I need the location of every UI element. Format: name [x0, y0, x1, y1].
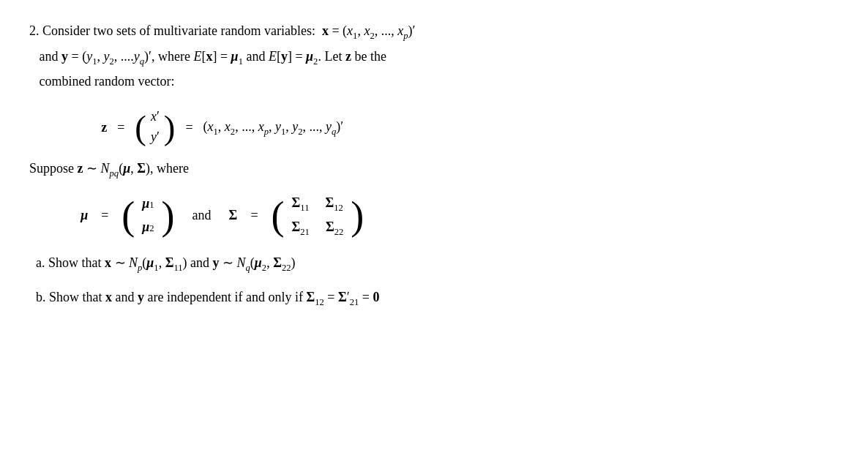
paren-right-sigma: ) [351, 196, 364, 236]
sigma-21: Σ21 [292, 217, 310, 239]
problem-line3: combined random vector: [29, 71, 415, 92]
and-sigma-text: and [192, 205, 212, 226]
z-expanded: (x1, x2, ..., xp, y1, y2, ..., yq)′ [203, 116, 344, 139]
z-vec-bot: y′ [151, 127, 160, 148]
z-label: z [101, 117, 107, 138]
z-vector: x′ y′ [151, 107, 160, 148]
sigma-11: Σ11 [292, 192, 310, 215]
page-content: 2. Consider two sets of multivariate ran… [0, 0, 444, 335]
sigma-22: Σ22 [326, 217, 343, 239]
z-vec-top: x′ [151, 107, 160, 127]
paren-left-mu: ( [121, 196, 135, 236]
part-b: b. Show that x and y are independent if … [29, 286, 415, 310]
sub-questions: a. Show that x ∼ Np(μ1, Σ11) and y ∼ Nq(… [29, 252, 415, 310]
mu-vector: μ1 μ2 [142, 194, 154, 238]
mu-top: μ1 [142, 194, 154, 214]
equals1: = [117, 117, 124, 138]
equals2: = [185, 117, 192, 138]
problem-intro: 2. Consider two sets of multivariate ran… [29, 20, 415, 43]
sigma-12: Σ12 [325, 192, 343, 215]
problem-number: 2. [29, 23, 40, 38]
z-equation: z = ( x′ y′ ) = (x1, x2, ..., xp, y1, y2… [29, 107, 415, 148]
problem-line2: and y = (y1, y2, ....yq)′, where E[x] = … [29, 46, 415, 69]
mu-label: μ [81, 205, 88, 226]
equals-sigma: = [250, 205, 258, 226]
paren-right-mu: ) [162, 196, 175, 236]
mu-bot: μ2 [142, 217, 154, 238]
paren-left-z: ( [135, 110, 146, 145]
sigma-row1: Σ11 Σ12 [292, 192, 343, 215]
sigma-row2: Σ21 Σ22 [292, 217, 344, 239]
paren-left-sigma: ( [272, 196, 285, 236]
sigma-matrix: Σ11 Σ12 Σ21 Σ22 [292, 192, 344, 239]
intro-text: Consider two sets of multivariate random… [42, 23, 415, 38]
part-a: a. Show that x ∼ Np(μ1, Σ11) and y ∼ Nq(… [29, 252, 415, 276]
paren-right-z: ) [164, 110, 176, 145]
equals-mu: = [101, 205, 108, 226]
suppose-line: Suppose z ∼ Npq(μ, Σ), where [29, 158, 415, 181]
mu-sigma-equation: μ = ( μ1 μ2 ) and Σ = ( Σ11 Σ12 Σ21 Σ22 [29, 192, 415, 239]
